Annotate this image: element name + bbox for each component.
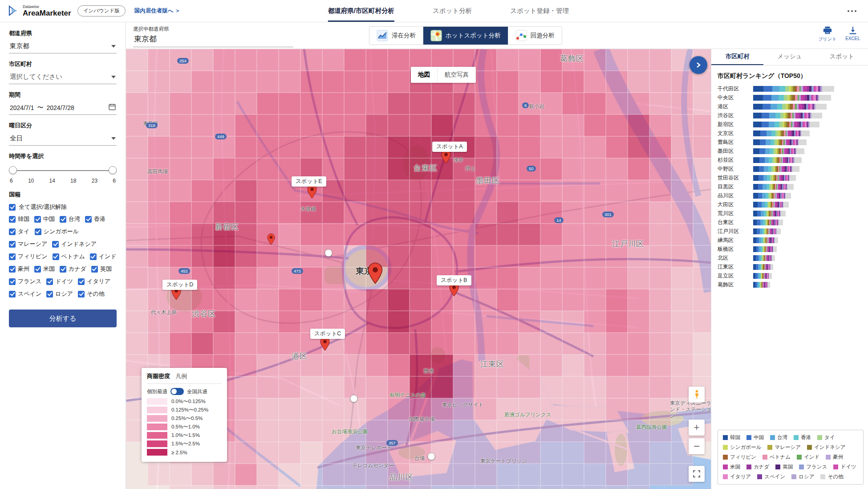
map-container[interactable]: 葛飾区台東区墨田区新宿区渋谷区港区江東区江戸川区品川区東京新小岩東長崎高田馬場押… <box>126 49 711 489</box>
map-pin[interactable] <box>368 262 383 286</box>
ranking-row[interactable]: 新宿区 <box>711 120 868 129</box>
ranking-row[interactable]: 足立区 <box>711 271 868 280</box>
nationality-checkbox[interactable]: フランス <box>9 277 41 285</box>
ranking-row[interactable]: 板橋区 <box>711 244 868 253</box>
ranking-row[interactable]: 杉並区 <box>711 155 868 164</box>
mode-hotspot-analysis[interactable]: ホットスポット分析 <box>423 27 508 45</box>
checkbox-icon <box>60 216 66 223</box>
prefecture-select[interactable]: 東京都 <box>9 39 117 53</box>
logo-text-big: AreaMarketer <box>23 9 71 17</box>
nationality-checkbox[interactable]: 韓国 <box>9 215 29 223</box>
ranking-row[interactable]: 中央区 <box>711 93 868 102</box>
nationality-checkbox[interactable]: 台湾 <box>60 215 80 223</box>
density-scale-row: 1.0%〜1.5% <box>147 432 222 439</box>
nationality-checkbox[interactable]: ロシア <box>46 290 73 298</box>
panel-collapse-button[interactable] <box>690 56 707 74</box>
nationality-checkbox[interactable]: インド <box>90 253 117 261</box>
cluster-marker[interactable] <box>428 453 435 460</box>
spot-pin[interactable] <box>307 184 317 200</box>
zoom-out-button[interactable]: − <box>689 438 705 454</box>
spot-label[interactable]: スポットA <box>432 142 467 152</box>
period-input[interactable]: 2024/7/1 〜 2024/7/28 <box>9 101 117 115</box>
nationality-checkbox[interactable]: 米国 <box>34 265 55 273</box>
pegman-control[interactable] <box>689 387 705 403</box>
legend-label: 台湾 <box>777 434 787 441</box>
mode-stay-analysis[interactable]: 滞在分析 <box>369 27 423 45</box>
ranking-row[interactable]: 荒川区 <box>711 209 868 218</box>
nav-tab-prefecture-analysis[interactable]: 都道府県/市区町村分析 <box>328 0 394 22</box>
time-range-slider[interactable] <box>9 166 117 175</box>
bar-segment <box>815 104 827 110</box>
ranking-row[interactable]: 大田区 <box>711 200 868 209</box>
nationality-checkbox[interactable]: 豪州 <box>9 265 29 273</box>
bar-segment <box>753 166 759 172</box>
nationality-checkbox[interactable]: ドイツ <box>46 277 73 285</box>
nationality-checkbox[interactable]: マレーシア <box>9 240 47 248</box>
tab-spot-ranking[interactable]: スポット <box>816 49 868 65</box>
ranking-row[interactable]: 江東区 <box>711 262 868 271</box>
ranking-row[interactable]: 品川区 <box>711 191 868 200</box>
ranking-row[interactable]: 北区 <box>711 253 868 262</box>
ranking-bar <box>753 157 802 163</box>
nationality-checkbox[interactable]: インドネシア <box>52 240 97 248</box>
ranking-row[interactable]: 文京区 <box>711 129 868 138</box>
slider-handle-end[interactable] <box>109 166 117 174</box>
nationality-checkbox[interactable]: イタリア <box>78 277 110 285</box>
ranking-row[interactable]: 豊島区 <box>711 138 868 147</box>
density-scope-toggle[interactable] <box>170 388 184 395</box>
select-all-checkbox[interactable]: 全て選択/選択解除 <box>9 203 117 211</box>
slider-handle-start[interactable] <box>9 166 17 174</box>
nationality-checkbox[interactable]: カナダ <box>60 265 86 273</box>
spot-label[interactable]: スポットE <box>292 176 326 187</box>
ranking-row[interactable]: 江戸川区 <box>711 227 868 236</box>
overflow-menu-icon[interactable] <box>844 7 860 16</box>
nav-tab-spot-analysis[interactable]: スポット分析 <box>433 0 472 22</box>
ranking-row[interactable]: 世田谷区 <box>711 173 868 182</box>
nav-tab-spot-management[interactable]: スポット登録・管理 <box>510 0 569 22</box>
nationality-checkbox[interactable]: フィリピン <box>9 253 48 261</box>
excel-download-button[interactable]: EXCEL <box>845 25 860 42</box>
ranking-row[interactable]: 港区 <box>711 102 868 111</box>
bar-segment <box>779 86 785 92</box>
spot-label[interactable]: スポットD <box>162 280 197 290</box>
spot-label[interactable]: スポットB <box>437 275 471 285</box>
tab-city-ranking[interactable]: 市区町村 <box>711 49 763 65</box>
nationality-checkbox[interactable]: ベトナム <box>53 253 85 261</box>
bar-segment <box>763 104 771 110</box>
ranking-row[interactable]: 練馬区 <box>711 236 868 244</box>
tab-mesh-ranking[interactable]: メッシュ <box>763 49 815 65</box>
spot-pin[interactable] <box>320 337 330 353</box>
ranking-row[interactable]: 中野区 <box>711 164 868 173</box>
ward-name: 大田区 <box>718 201 753 208</box>
nationality-checkbox[interactable]: シンガポール <box>35 228 79 236</box>
map-pin[interactable] <box>267 233 275 247</box>
cluster-marker[interactable] <box>350 395 358 403</box>
ranking-row[interactable]: 墨田区 <box>711 147 868 155</box>
nationality-checkbox[interactable]: スペイン <box>9 290 41 298</box>
nationality-checkbox[interactable]: その他 <box>78 290 105 298</box>
calendar-icon[interactable] <box>109 103 116 112</box>
analyze-button[interactable]: 分析する <box>9 310 117 327</box>
spot-label[interactable]: スポットC <box>310 329 345 339</box>
city-select[interactable]: 選択してください <box>9 70 117 84</box>
zoom-in-button[interactable]: + <box>689 420 705 436</box>
map-type-satellite-button[interactable]: 航空写真 <box>437 67 476 83</box>
ranking-row[interactable]: 葛飾区 <box>711 280 868 289</box>
nationality-checkbox[interactable]: 中国 <box>34 215 55 223</box>
print-button[interactable]: プリント <box>818 25 836 42</box>
spot-pin[interactable] <box>441 150 451 166</box>
ranking-row[interactable]: 渋谷区 <box>711 111 868 120</box>
map-type-map-button[interactable]: 地図 <box>411 67 437 83</box>
fullscreen-button[interactable] <box>689 466 705 482</box>
ranking-row[interactable]: 目黒区 <box>711 182 868 191</box>
nationality-checkbox[interactable]: 英国 <box>91 265 112 273</box>
nationality-checkbox[interactable]: 香港 <box>85 215 105 223</box>
ranking-row[interactable]: 台東区 <box>711 218 868 227</box>
domestic-version-link[interactable]: 国内居住者版へ ＞ <box>134 7 181 15</box>
density-swatch <box>147 440 167 447</box>
nationality-checkbox[interactable]: タイ <box>9 228 30 236</box>
dow-select[interactable]: 全日 <box>9 131 117 146</box>
ranking-row[interactable]: 千代田区 <box>711 84 868 93</box>
cluster-marker[interactable] <box>325 249 333 257</box>
mode-excursion-analysis[interactable]: 回遊分析 <box>508 27 562 45</box>
